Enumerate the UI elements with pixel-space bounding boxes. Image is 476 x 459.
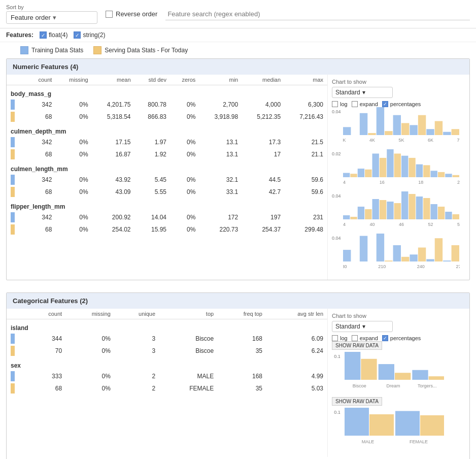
string-feature-chip[interactable]: ✓ string(2) [74, 31, 105, 39]
row-max: 6,300 [285, 99, 327, 111]
cat-row-top: Biscoe [159, 333, 218, 345]
reverse-order-box[interactable] [106, 11, 113, 18]
show-raw-data-btn[interactable]: SHOW RAW DATA [332, 397, 382, 406]
cat-row-indicator [7, 345, 27, 357]
row-stddev: 1.92 [135, 148, 171, 160]
hist-svg-area: 3440465258 [343, 191, 465, 230]
cat-expand-option[interactable]: expand [352, 335, 378, 341]
numeric-feature-name-row: culmen_depth_mm [7, 123, 327, 136]
log-option[interactable]: log [332, 101, 348, 107]
row-count: 342 [27, 211, 56, 223]
numeric-data-row: 342 0% 4,201.75 800.78 0% 2,700 4,000 6,… [7, 99, 327, 111]
svg-rect-43 [372, 199, 379, 219]
row-indicator [7, 211, 27, 223]
expand-option[interactable]: expand [352, 101, 378, 107]
svg-rect-66 [393, 245, 400, 261]
svg-rect-70 [426, 259, 434, 261]
svg-rect-8 [410, 125, 417, 135]
hist-y-label: 0.04 [332, 191, 341, 199]
cat-percentages-checkbox[interactable]: ✓ [382, 335, 388, 341]
row-median: 17 [242, 148, 285, 160]
numeric-chart-dropdown[interactable]: Standard ▾ [332, 87, 393, 98]
svg-rect-4 [376, 107, 384, 135]
cat-row-top: MALE [159, 370, 218, 382]
svg-text:16: 16 [379, 180, 384, 185]
cat-expand-checkbox[interactable] [352, 335, 358, 341]
svg-rect-87 [345, 408, 369, 436]
bar-chart-area: 0.1 BiscoeDreamTorgers... [332, 352, 465, 391]
histogram-3: 0.04 180210240270 [332, 234, 465, 272]
numeric-feature-name: culmen_depth_mm [7, 123, 327, 136]
categorical-chart-dropdown[interactable]: Standard ▾ [332, 321, 393, 332]
hist-svg-area: 14161820 [343, 149, 465, 187]
svg-text:34: 34 [343, 222, 346, 227]
percentages-checkbox[interactable]: ✓ [382, 101, 388, 107]
row-stddev: 5.55 [135, 186, 171, 198]
row-indicator [7, 174, 27, 186]
row-indicator [7, 223, 27, 236]
bar-chart-area: 0.1 MALEFEMALE [332, 408, 465, 447]
sort-by-select[interactable]: Feature order ▾ [6, 11, 97, 24]
row-mean: 200.92 [92, 211, 135, 223]
row-stddev: 800.78 [135, 99, 171, 111]
float-feature-chip[interactable]: ✓ float(4) [40, 31, 67, 39]
row-median: 4,000 [242, 99, 285, 111]
svg-rect-2 [359, 113, 367, 135]
row-indicator [7, 186, 27, 198]
cat-row-freqtop: 35 [218, 345, 266, 357]
cat-row-count: 68 [27, 382, 66, 395]
svg-rect-24 [379, 158, 386, 177]
numeric-data-row: 68 0% 254.02 15.95 0% 220.73 254.37 299.… [7, 223, 327, 236]
svg-text:FEMALE: FEMALE [410, 439, 428, 444]
svg-rect-69 [418, 248, 425, 262]
th-zeros: zeros [171, 75, 199, 85]
svg-rect-10 [426, 129, 434, 135]
show-raw-data-btn[interactable]: SHOW RAW DATA [332, 341, 382, 350]
legend-bar: Training Data Stats Serving Data Stats -… [0, 42, 476, 58]
row-mean: 43.92 [92, 174, 135, 186]
cat-row-missing: 0% [66, 333, 115, 345]
percentages-label: percentages [390, 101, 421, 107]
cat-percentages-option[interactable]: ✓ percentages [382, 335, 421, 341]
cat-th-avgstrlen: avg str len [266, 309, 327, 319]
main-content: Numeric Features (4) count missing mean … [0, 58, 476, 459]
numeric-data-row: 68 0% 5,318.54 866.83 0% 3,918.98 5,212.… [7, 111, 327, 123]
percentages-option[interactable]: ✓ percentages [382, 101, 421, 107]
numeric-data-row: 342 0% 17.15 1.97 0% 13.1 17.3 21.5 [7, 136, 327, 148]
row-count: 68 [27, 111, 56, 123]
numeric-chart-panel: Chart to show Standard ▾ log expand [327, 75, 469, 280]
svg-text:270: 270 [456, 264, 460, 269]
numeric-data-row: 68 0% 16.87 1.92 0% 13.1 17 21.1 [7, 148, 327, 160]
row-min: 32.1 [199, 174, 242, 186]
feature-search-input[interactable] [165, 8, 470, 20]
svg-rect-31 [430, 171, 437, 177]
svg-rect-45 [387, 202, 393, 219]
cat-row-count: 344 [27, 333, 66, 345]
row-missing: 0% [56, 111, 92, 123]
svg-rect-11 [434, 121, 442, 136]
row-min: 13.1 [199, 136, 242, 148]
svg-rect-82 [412, 370, 428, 380]
expand-checkbox[interactable] [352, 101, 358, 107]
histogram-axis-svg: 180210240270 [343, 263, 460, 270]
svg-rect-48 [409, 194, 415, 219]
cat-log-checkbox[interactable] [332, 335, 338, 341]
cat-log-option[interactable]: log [332, 335, 348, 341]
string-checkbox[interactable]: ✓ [74, 31, 81, 39]
cat-row-avgstrlen: 4.99 [266, 370, 327, 382]
float-checkbox[interactable]: ✓ [40, 31, 47, 39]
training-legend-item: Training Data Stats [20, 46, 83, 54]
th-median: median [242, 75, 285, 85]
th-count: count [27, 75, 56, 85]
row-count: 68 [27, 223, 56, 236]
categorical-header-row: count missing unique top freq top avg st… [7, 309, 327, 319]
reverse-order-checkbox[interactable]: Reverse order [106, 10, 157, 18]
sort-by-label: Sort by [6, 4, 97, 10]
categorical-data-row: 333 0% 2 MALE 168 4.99 [7, 370, 327, 382]
numeric-section-header: Numeric Features (4) [7, 59, 469, 75]
numeric-stats-table: count missing mean std dev zeros min med… [7, 75, 327, 236]
svg-rect-13 [451, 129, 459, 135]
svg-rect-90 [420, 415, 444, 436]
log-checkbox[interactable] [332, 101, 338, 107]
cat-row-count: 70 [27, 345, 66, 357]
